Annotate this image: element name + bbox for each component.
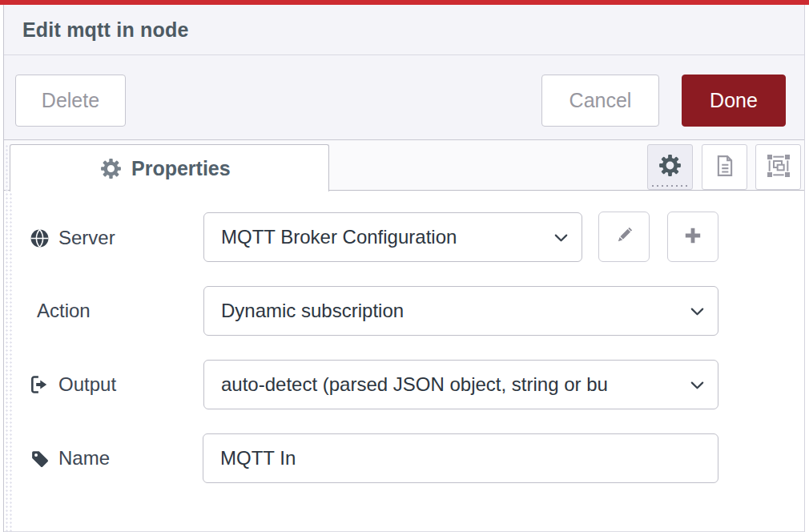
cog-icon: [101, 159, 121, 179]
chevron-down-icon: [688, 376, 706, 394]
tab-bar: Properties: [4, 140, 804, 191]
tab-properties-label: Properties: [131, 157, 231, 180]
tray-resize-handle[interactable]: [5, 144, 12, 532]
document-icon: [713, 154, 737, 181]
edit-mqtt-in-node-dialog: Edit mqtt in node Delete Cancel Done: [0, 0, 809, 532]
object-group-icon: [766, 153, 791, 182]
name-label: Name: [30, 444, 110, 473]
cog-icon: [659, 155, 681, 179]
done-button[interactable]: Done: [682, 75, 786, 127]
delete-button[interactable]: Delete: [15, 75, 126, 127]
cancel-button[interactable]: Cancel: [541, 75, 659, 127]
chevron-down-icon: [552, 228, 570, 247]
plus-icon: [682, 225, 703, 249]
tag-icon: [30, 449, 50, 469]
dialog-header: Edit mqtt in node: [4, 5, 804, 55]
action-select-value: Dynamic subscription: [204, 300, 688, 322]
dialog-right-border: [804, 5, 805, 532]
appearance-tab-button[interactable]: [755, 144, 801, 190]
action-select[interactable]: Dynamic subscription: [203, 286, 718, 336]
output-select-value: auto-detect (parsed JSON object, string …: [204, 373, 688, 396]
add-server-button[interactable]: [667, 212, 718, 262]
sign-out-icon: [29, 374, 50, 395]
server-label: Server: [30, 224, 115, 252]
output-label: Output: [29, 370, 116, 399]
pencil-icon: [614, 224, 635, 249]
dialog-left-border: [3, 5, 4, 532]
action-label: Action: [37, 296, 91, 325]
dialog-title: Edit mqtt in node: [4, 18, 189, 42]
server-select-value: MQTT Broker Configuration: [204, 226, 552, 248]
edit-server-button[interactable]: [598, 212, 650, 262]
tab-properties[interactable]: Properties: [10, 144, 329, 191]
properties-tab-button[interactable]: [647, 144, 693, 190]
globe-icon: [30, 228, 50, 248]
output-select[interactable]: auto-detect (parsed JSON object, string …: [203, 360, 718, 409]
dialog-button-bar: Delete Cancel Done: [4, 55, 804, 140]
description-tab-button[interactable]: [702, 144, 747, 190]
server-select[interactable]: MQTT Broker Configuration: [203, 212, 582, 262]
name-input[interactable]: [203, 433, 718, 483]
chevron-down-icon: [688, 302, 706, 320]
